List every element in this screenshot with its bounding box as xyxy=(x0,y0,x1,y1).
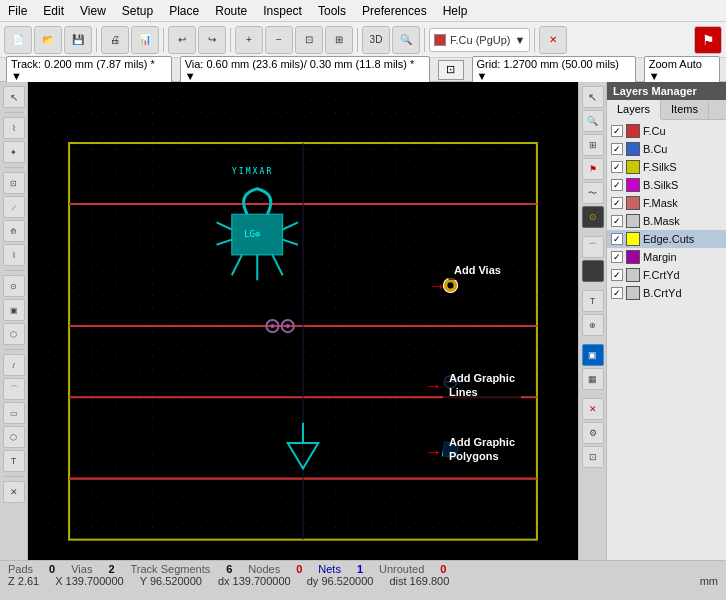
layer-check-7[interactable]: ✓ xyxy=(611,251,623,263)
track-selector[interactable]: Track: 0.200 mm (7.87 mils) * ▼ xyxy=(6,56,172,84)
layer-selector[interactable]: F.Cu (PgUp) ▼ xyxy=(429,28,530,52)
angle-tool[interactable]: ⌒ xyxy=(582,236,604,258)
layer-name-0: F.Cu xyxy=(643,125,666,137)
route-diff-pair-tool[interactable]: ⟰ xyxy=(3,220,25,242)
plot-button[interactable]: 📊 xyxy=(131,26,159,54)
sep6 xyxy=(534,28,535,52)
layer-check-4[interactable]: ✓ xyxy=(611,197,623,209)
add-text-tool[interactable]: T xyxy=(3,450,25,472)
layer-row-b-crtyd[interactable]: ✓B.CrtYd xyxy=(607,284,726,302)
layer-check-8[interactable]: ✓ xyxy=(611,269,623,281)
layer-name-6: Edge.Cuts xyxy=(643,233,694,245)
grid-selector[interactable]: Grid: 1.2700 mm (50.00 mils) ▼ xyxy=(472,56,636,84)
layer-name-9: B.CrtYd xyxy=(643,287,682,299)
layer-row-b-cu[interactable]: ✓B.Cu xyxy=(607,140,726,158)
layer-row-f-crtyd[interactable]: ✓F.CrtYd xyxy=(607,266,726,284)
add-rect-tool[interactable]: ▭ xyxy=(3,402,25,424)
menu-inspect[interactable]: Inspect xyxy=(255,2,310,20)
cursor-rt-tool[interactable]: ↖ xyxy=(582,86,604,108)
layer-check-0[interactable]: ✓ xyxy=(611,125,623,137)
menu-place[interactable]: Place xyxy=(161,2,207,20)
microwave-rt-tool[interactable]: 〜 xyxy=(582,182,604,204)
layer-name-4: F.Mask xyxy=(643,197,678,209)
interactive-router-button[interactable]: ⊡ xyxy=(438,60,464,80)
vias-value: 2 xyxy=(108,563,114,575)
layer-check-3[interactable]: ✓ xyxy=(611,179,623,191)
netname-rt-tool[interactable]: ⊕ xyxy=(582,314,604,336)
layer-row-b-mask[interactable]: ✓B.Mask xyxy=(607,212,726,230)
zoom-area-button[interactable]: ⊞ xyxy=(325,26,353,54)
board-setup-rt-tool[interactable]: ⊡ xyxy=(582,446,604,468)
open-button[interactable]: 📂 xyxy=(34,26,62,54)
add-rule-area-tool[interactable]: ⬡ xyxy=(3,323,25,345)
layer-row-edge-cuts[interactable]: ✓Edge.Cuts xyxy=(607,230,726,248)
zoom-out-button[interactable]: − xyxy=(265,26,293,54)
layer-check-6[interactable]: ✓ xyxy=(611,233,623,245)
add-footprint-tool[interactable]: ⊡ xyxy=(3,172,25,194)
3d-view-button[interactable]: 3D xyxy=(362,26,390,54)
via-rt-tool[interactable]: ⊙ xyxy=(582,206,604,228)
drc-button[interactable]: ⚑ xyxy=(694,26,722,54)
undo-button[interactable]: ↩ xyxy=(168,26,196,54)
layer-check-2[interactable]: ✓ xyxy=(611,161,623,173)
inspect-button[interactable]: 🔍 xyxy=(392,26,420,54)
coord-dx: dx 139.700000 xyxy=(218,575,291,587)
delete-tool[interactable]: ✕ xyxy=(3,481,25,503)
new-button[interactable]: 📄 xyxy=(4,26,32,54)
menu-setup[interactable]: Setup xyxy=(114,2,161,20)
menu-route[interactable]: Route xyxy=(207,2,255,20)
tab-items[interactable]: Items xyxy=(661,100,709,119)
lt-sep5 xyxy=(4,476,24,477)
zoom-fit-button[interactable]: ⊡ xyxy=(295,26,323,54)
add-polygon-tool[interactable]: ⬡ xyxy=(3,426,25,448)
print-button[interactable]: 🖨 xyxy=(101,26,129,54)
save-button[interactable]: 💾 xyxy=(64,26,92,54)
menu-view[interactable]: View xyxy=(72,2,114,20)
route-track-tool[interactable]: ⟋ xyxy=(3,196,25,218)
settings-rt-tool[interactable]: ⚙ xyxy=(582,422,604,444)
ratsnest-button[interactable]: ✕ xyxy=(539,26,567,54)
coord-y: Y 96.520000 xyxy=(140,575,202,587)
inspect-rt-tool[interactable]: 🔍 xyxy=(582,110,604,132)
layer-row-f-mask[interactable]: ✓F.Mask xyxy=(607,194,726,212)
drc-rt-tool[interactable]: ⚑ xyxy=(582,158,604,180)
zoom-selector[interactable]: Zoom Auto ▼ xyxy=(644,56,720,84)
delete-rt-tool[interactable]: ✕ xyxy=(582,398,604,420)
add-arc-tool[interactable]: ⌒ xyxy=(3,378,25,400)
layer-row-b-silks[interactable]: ✓B.SilkS xyxy=(607,176,726,194)
track-segments-label: Track Segments xyxy=(131,563,211,575)
cursor-tool[interactable]: ↖ xyxy=(3,86,25,108)
line-rt-tool[interactable]: / xyxy=(582,260,604,282)
polygon-rt-tool[interactable]: ▣ xyxy=(582,344,604,366)
highlight-tool[interactable]: ✦ xyxy=(3,141,25,163)
zoom-in-button[interactable]: + xyxy=(235,26,263,54)
sep3 xyxy=(230,28,231,52)
layer-row-f-cu[interactable]: ✓F.Cu xyxy=(607,122,726,140)
menu-tools[interactable]: Tools xyxy=(310,2,354,20)
menu-file[interactable]: File xyxy=(0,2,35,20)
tab-layers[interactable]: Layers xyxy=(607,100,661,120)
add-zone-tool[interactable]: ▣ xyxy=(3,299,25,321)
menu-help[interactable]: Help xyxy=(435,2,476,20)
netinspect-rt-tool[interactable]: ⊞ xyxy=(582,134,604,156)
text-rt-tool[interactable]: T xyxy=(582,290,604,312)
add-via-tool[interactable]: ⊙ xyxy=(3,275,25,297)
redo-button[interactable]: ↪ xyxy=(198,26,226,54)
menu-edit[interactable]: Edit xyxy=(35,2,72,20)
layer-check-9[interactable]: ✓ xyxy=(611,287,623,299)
pcb-canvas: LG⊕ YIMXAR xyxy=(28,82,578,560)
layer-row-f-silks[interactable]: ✓F.SilkS xyxy=(607,158,726,176)
layers-tabs: Layers Items xyxy=(607,100,726,120)
layer-row-margin[interactable]: ✓Margin xyxy=(607,248,726,266)
track-segments-value: 6 xyxy=(226,563,232,575)
measure-tool[interactable]: ⌇ xyxy=(3,117,25,139)
tune-length-tool[interactable]: ⌇ xyxy=(3,244,25,266)
zone-rt-tool[interactable]: ▦ xyxy=(582,368,604,390)
layer-name-8: F.CrtYd xyxy=(643,269,680,281)
menu-preferences[interactable]: Preferences xyxy=(354,2,435,20)
layer-check-5[interactable]: ✓ xyxy=(611,215,623,227)
pcb-canvas-area[interactable]: LG⊕ YIMXAR Add Vias → xyxy=(28,82,578,560)
layer-check-1[interactable]: ✓ xyxy=(611,143,623,155)
via-selector[interactable]: Via: 0.60 mm (23.6 mils)/ 0.30 mm (11.8 … xyxy=(180,56,430,84)
add-line-tool[interactable]: / xyxy=(3,354,25,376)
